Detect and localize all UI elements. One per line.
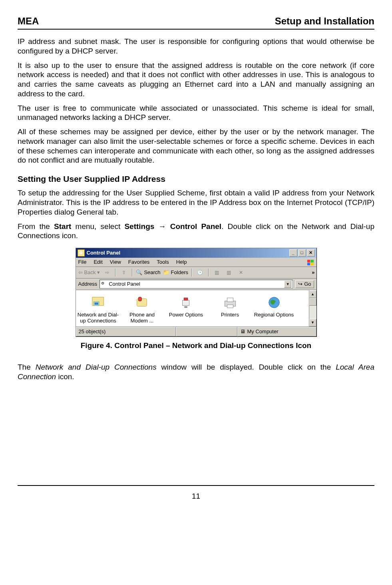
body-paragraph: It is also up to the user to ensure that… bbox=[18, 61, 374, 99]
minimize-button[interactable]: _ bbox=[289, 249, 297, 257]
control-panel-icon: ⚙ bbox=[101, 281, 107, 287]
item-label: Printers bbox=[209, 312, 251, 318]
control-panel-icon: ⚙ bbox=[78, 249, 85, 257]
svg-rect-10 bbox=[227, 305, 233, 308]
phone-modem-icon bbox=[134, 294, 150, 310]
power-options-icon bbox=[178, 294, 194, 310]
vertical-scrollbar[interactable]: ▲ ▼ bbox=[309, 291, 316, 326]
item-label: Network and Dial-up Connections bbox=[78, 312, 119, 324]
body-paragraph: To setup the addressing for the User Sup… bbox=[18, 188, 374, 217]
section-heading: Setting the User Supplied IP Address bbox=[18, 174, 374, 184]
menu-view[interactable]: View bbox=[110, 259, 121, 265]
status-location: 🖥 My Computer bbox=[237, 327, 316, 336]
header-left: MEA bbox=[18, 15, 39, 27]
svg-rect-9 bbox=[227, 298, 233, 302]
svg-rect-5 bbox=[182, 300, 189, 306]
printers-icon bbox=[222, 294, 238, 310]
menu-tools[interactable]: Tools bbox=[157, 259, 169, 265]
address-value: Control Panel bbox=[109, 281, 140, 287]
folders-button[interactable]: 📁 Folders bbox=[163, 269, 188, 276]
copy-to-button[interactable]: ▥ bbox=[224, 268, 234, 277]
address-bar: Address ⚙ Control Panel ▼ ↪ Go bbox=[76, 279, 316, 290]
figure-caption: Figure 4. Control Panel – Network and Di… bbox=[18, 341, 374, 350]
scroll-up-button[interactable]: ▲ bbox=[309, 291, 316, 298]
status-middle bbox=[176, 327, 237, 336]
header-rule bbox=[18, 29, 374, 30]
toolbar: ⇦ Back ▾ ⇨ ⇧ 🔍 Search 📁 Folders 🕒 ▥ ▥ ✕ … bbox=[76, 267, 316, 279]
scroll-track[interactable] bbox=[309, 306, 316, 319]
toolbar-separator bbox=[208, 269, 209, 277]
forward-button[interactable]: ⇨ bbox=[102, 268, 112, 277]
menu-file[interactable]: File bbox=[78, 259, 87, 265]
regional-options-icon bbox=[266, 294, 282, 310]
menu-help[interactable]: Help bbox=[176, 259, 187, 265]
item-printers[interactable]: Printers bbox=[209, 294, 251, 324]
header-right: Setup and Installation bbox=[275, 15, 374, 27]
network-connections-icon bbox=[90, 294, 106, 310]
item-power-options[interactable]: Power Options bbox=[165, 294, 207, 324]
menu-edit[interactable]: Edit bbox=[94, 259, 102, 265]
my-computer-icon: 🖥 bbox=[240, 328, 245, 335]
menubar: File Edit View Favorites Tools Help bbox=[76, 258, 316, 267]
body-paragraph: The user is free to communicate while as… bbox=[18, 103, 374, 123]
go-arrow-icon: ↪ bbox=[298, 281, 302, 287]
item-label: Phone and Modem ... bbox=[121, 312, 163, 324]
body-paragraph: The Network and Dial-up Connections wind… bbox=[18, 362, 374, 382]
go-button[interactable]: ↪ Go bbox=[295, 280, 314, 288]
svg-rect-2 bbox=[94, 302, 98, 305]
svg-rect-4 bbox=[138, 297, 141, 301]
window-title: Control Panel bbox=[87, 250, 289, 256]
up-button[interactable]: ⇧ bbox=[119, 268, 129, 277]
footer-rule bbox=[18, 485, 374, 486]
titlebar[interactable]: ⚙ Control Panel _ □ ✕ bbox=[76, 248, 316, 258]
search-button[interactable]: 🔍 Search bbox=[136, 269, 160, 276]
close-button[interactable]: ✕ bbox=[307, 249, 315, 257]
item-label: Power Options bbox=[165, 312, 207, 318]
status-bar: 25 object(s) 🖥 My Computer bbox=[76, 326, 316, 336]
address-dropdown-icon[interactable]: ▼ bbox=[284, 281, 291, 288]
address-field[interactable]: ⚙ Control Panel ▼ bbox=[99, 280, 293, 289]
item-phone-modem[interactable]: Phone and Modem ... bbox=[121, 294, 163, 324]
chevron-more-icon[interactable]: » bbox=[312, 269, 314, 276]
page-header: MEA Setup and Installation bbox=[18, 15, 374, 27]
svg-rect-7 bbox=[184, 306, 187, 308]
body-paragraph: From the Start menu, select Settings → C… bbox=[18, 222, 374, 241]
control-panel-window: ⚙ Control Panel _ □ ✕ File Edit View Fav… bbox=[76, 248, 317, 337]
scroll-down-button[interactable]: ▼ bbox=[309, 319, 316, 326]
body-paragraph: IP address and subnet mask. The user is … bbox=[18, 37, 374, 56]
menu-favorites[interactable]: Favorites bbox=[128, 259, 149, 265]
history-button[interactable]: 🕒 bbox=[195, 268, 205, 277]
status-object-count: 25 object(s) bbox=[76, 327, 176, 336]
maximize-button[interactable]: □ bbox=[298, 249, 306, 257]
content-area: Network and Dial-up Connections Phone an… bbox=[76, 290, 316, 326]
item-network-connections[interactable]: Network and Dial-up Connections bbox=[78, 294, 119, 324]
windows-logo-icon bbox=[306, 259, 315, 266]
item-regional-options[interactable]: Regional Options bbox=[253, 294, 295, 324]
delete-button[interactable]: ✕ bbox=[236, 268, 246, 277]
page-number: 11 bbox=[18, 491, 374, 501]
scroll-thumb[interactable] bbox=[309, 298, 316, 306]
svg-rect-6 bbox=[184, 298, 188, 300]
body-paragraph: All of these schemes may be assigned per… bbox=[18, 127, 374, 165]
address-label: Address bbox=[78, 281, 98, 287]
toolbar-separator bbox=[132, 269, 133, 277]
back-button[interactable]: ⇦ Back ▾ bbox=[78, 269, 100, 276]
item-label: Regional Options bbox=[253, 312, 295, 318]
move-to-button[interactable]: ▥ bbox=[212, 268, 222, 277]
toolbar-separator bbox=[115, 269, 116, 277]
toolbar-separator bbox=[191, 269, 192, 277]
